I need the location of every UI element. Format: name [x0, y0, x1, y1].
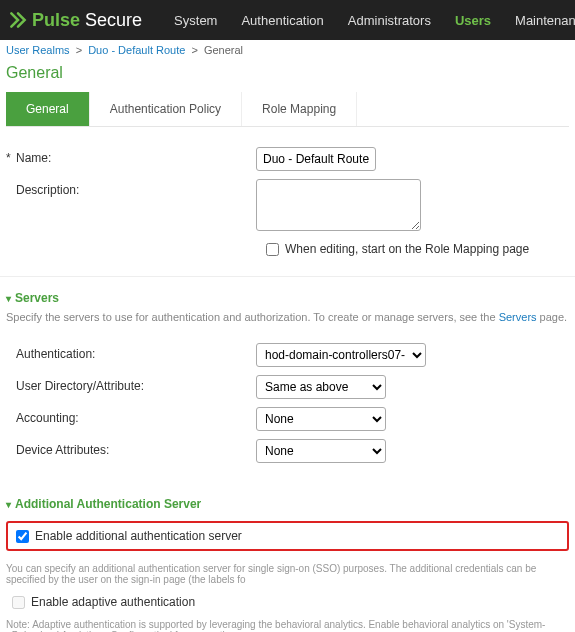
brand-logo: Pulse Secure	[8, 10, 142, 31]
crumb-user-realms[interactable]: User Realms	[6, 44, 70, 56]
authentication-label: Authentication:	[16, 347, 95, 361]
enable-adaptive-label: Enable adaptive authentication	[31, 595, 195, 609]
tab-role-mapping[interactable]: Role Mapping	[242, 92, 357, 126]
nav-administrators[interactable]: Administrators	[336, 13, 443, 28]
enable-additional-box: Enable additional authentication server	[6, 521, 569, 551]
crumb-current: General	[204, 44, 243, 56]
accounting-label: Accounting:	[16, 411, 79, 425]
user-dir-select[interactable]: Same as above	[256, 375, 386, 399]
start-role-mapping-label: When editing, start on the Role Mapping …	[285, 242, 529, 256]
authentication-select[interactable]: hod-domain-controllers07-08	[256, 343, 426, 367]
start-role-mapping-checkbox[interactable]	[266, 243, 279, 256]
top-bar: Pulse Secure System Authentication Admin…	[0, 0, 575, 40]
nav-maintenance[interactable]: Maintenance	[503, 13, 575, 28]
nav-authentication[interactable]: Authentication	[229, 13, 335, 28]
enable-additional-checkbox[interactable]	[16, 530, 29, 543]
tab-general[interactable]: General	[6, 92, 90, 126]
description-label: Description:	[16, 183, 79, 197]
chevron-down-icon: ▾	[6, 499, 11, 510]
nav-system[interactable]: System	[162, 13, 229, 28]
user-dir-label: User Directory/Attribute:	[16, 379, 144, 393]
name-input[interactable]	[256, 147, 376, 171]
device-attr-label: Device Attributes:	[16, 443, 109, 457]
breadcrumb: User Realms > Duo - Default Route > Gene…	[0, 40, 575, 60]
enable-adaptive-checkbox[interactable]	[12, 596, 25, 609]
name-label: Name:	[16, 151, 51, 165]
sso-note: You can specify an additional authentica…	[0, 561, 575, 595]
chevron-down-icon: ▾	[6, 293, 11, 304]
nav-users[interactable]: Users	[443, 13, 503, 28]
enable-additional-label: Enable additional authentication server	[35, 529, 242, 543]
page-title: General	[0, 60, 575, 92]
servers-helper: Specify the servers to use for authentic…	[0, 311, 575, 335]
main-nav: System Authentication Administrators Use…	[162, 13, 575, 28]
tab-bar: General Authentication Policy Role Mappi…	[6, 92, 569, 127]
brand-text: Pulse Secure	[32, 10, 142, 31]
crumb-realm[interactable]: Duo - Default Route	[88, 44, 185, 56]
general-form: *Name: Description: When editing, start …	[0, 127, 575, 266]
servers-header[interactable]: ▾ Servers	[0, 276, 575, 311]
additional-auth-header[interactable]: ▾ Additional Authentication Server	[0, 489, 575, 517]
device-attr-select[interactable]: None	[256, 439, 386, 463]
accounting-select[interactable]: None	[256, 407, 386, 431]
pulse-icon	[8, 10, 28, 30]
tab-auth-policy[interactable]: Authentication Policy	[90, 92, 242, 126]
description-input[interactable]	[256, 179, 421, 231]
servers-link[interactable]: Servers	[499, 311, 537, 323]
adaptive-note: Note: Adaptive authentication is support…	[0, 617, 575, 632]
